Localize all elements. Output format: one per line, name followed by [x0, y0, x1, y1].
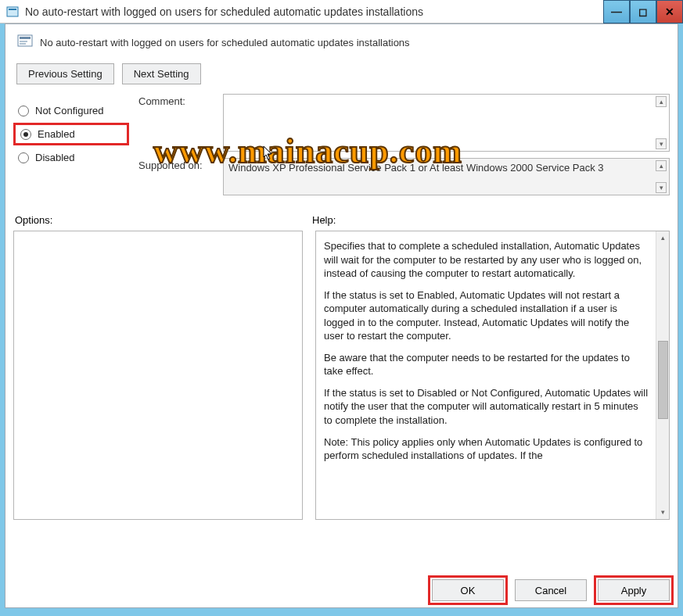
- help-label: Help:: [312, 214, 670, 226]
- policy-title: No auto-restart with logged on users for…: [40, 37, 410, 48]
- radio-disabled[interactable]: Disabled: [13, 149, 129, 167]
- radio-label: Enabled: [38, 128, 75, 140]
- radio-not-configured[interactable]: Not Configured: [13, 102, 129, 120]
- comment-textarea[interactable]: ▴ ▾: [223, 94, 670, 152]
- radio-label: Disabled: [35, 152, 75, 163]
- dialog-body: No auto-restart with logged on users for…: [5, 23, 678, 608]
- help-panel[interactable]: Specifies that to complete a scheduled i…: [315, 231, 670, 520]
- svg-rect-3: [20, 37, 31, 39]
- supported-scrollbar[interactable]: ▴ ▾: [655, 160, 667, 193]
- next-setting-button[interactable]: Next Setting: [122, 63, 201, 84]
- window-title: No auto-restart with logged on users for…: [25, 5, 677, 18]
- supported-on-value: Windows XP Professional Service Pack 1 o…: [223, 158, 670, 195]
- supported-on-label: Supported on:: [138, 158, 223, 171]
- radio-label: Not Configured: [35, 105, 103, 116]
- help-paragraph: Be aware that the computer needs to be r…: [324, 351, 649, 378]
- help-scrollbar[interactable]: ▴ ▾: [656, 231, 669, 519]
- help-paragraph: Specifies that to complete a scheduled i…: [324, 239, 649, 281]
- ok-button[interactable]: OK: [432, 579, 504, 601]
- comment-scrollbar[interactable]: ▴ ▾: [655, 96, 667, 149]
- scroll-down-icon[interactable]: ▾: [656, 182, 667, 193]
- state-radio-group: Not Configured Enabled Disabled: [13, 94, 129, 202]
- scroll-up-icon[interactable]: ▴: [656, 160, 667, 171]
- close-button[interactable]: ✕: [656, 0, 683, 23]
- svg-rect-0: [7, 7, 18, 16]
- scroll-down-icon[interactable]: ▾: [656, 138, 667, 149]
- scroll-down-icon[interactable]: ▾: [656, 506, 670, 519]
- window-controls: — ◻ ✕: [603, 0, 683, 23]
- help-paragraph: Note: This policy applies only when Auto…: [324, 435, 649, 463]
- svg-rect-1: [9, 9, 16, 10]
- radio-enabled[interactable]: Enabled: [13, 123, 129, 145]
- scroll-thumb[interactable]: [658, 341, 668, 419]
- options-panel[interactable]: [13, 231, 303, 520]
- svg-rect-4: [20, 41, 27, 42]
- scroll-up-icon[interactable]: ▴: [656, 231, 670, 245]
- options-label: Options:: [15, 214, 312, 226]
- maximize-button[interactable]: ◻: [630, 0, 656, 23]
- radio-icon: [20, 129, 31, 140]
- scroll-up-icon[interactable]: ▴: [656, 96, 667, 107]
- help-paragraph: If the status is set to Disabled or Not …: [324, 386, 649, 428]
- radio-icon: [18, 152, 29, 163]
- gpo-window-icon: [6, 5, 19, 18]
- policy-header: No auto-restart with logged on users for…: [13, 32, 670, 56]
- radio-icon: [18, 106, 29, 116]
- apply-button[interactable]: Apply: [598, 579, 670, 601]
- policy-icon: [16, 34, 34, 51]
- help-paragraph: If the status is set to Enabled, Automat…: [324, 288, 649, 343]
- minimize-button[interactable]: —: [603, 0, 630, 23]
- comment-label: Comment:: [138, 94, 223, 107]
- cancel-button[interactable]: Cancel: [515, 579, 587, 601]
- svg-rect-5: [20, 43, 26, 45]
- titlebar[interactable]: No auto-restart with logged on users for…: [0, 0, 683, 23]
- previous-setting-button[interactable]: Previous Setting: [16, 63, 114, 84]
